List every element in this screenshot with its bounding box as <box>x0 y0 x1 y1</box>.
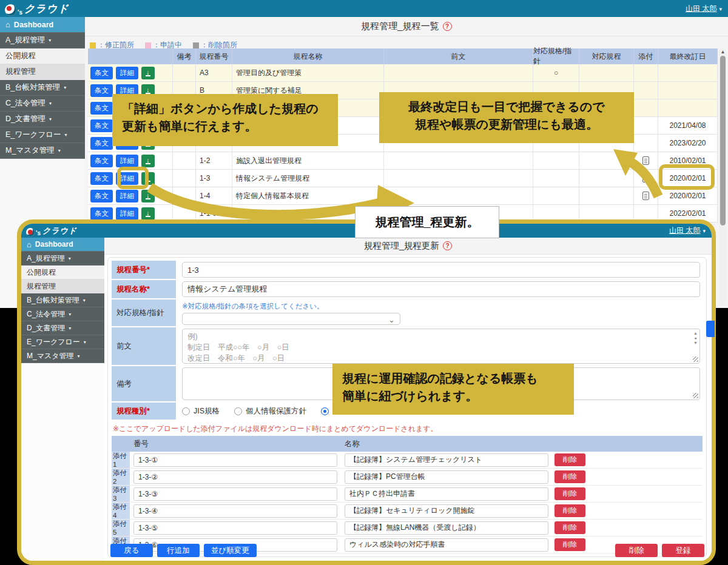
sidebar-item-regulation-management[interactable]: 規程管理 <box>0 64 85 80</box>
sidebar-item-kitei-kanri-group[interactable]: A_規程管理▾ <box>21 252 104 266</box>
download-button[interactable]: ↓ <box>141 155 155 167</box>
sidebar-item-regulation-management[interactable]: 規程管理 <box>21 279 104 293</box>
sidebar-item-public-regulations[interactable]: 公開規程 <box>0 48 85 64</box>
articles-button[interactable]: 条文 <box>90 190 113 202</box>
chevron-down-icon: ▾ <box>703 228 706 234</box>
delete-attachment-button[interactable]: 削除 <box>554 521 585 534</box>
table-header-row: 備考 規程番号 規程名称 前文 対応規格/指針 対応規程 添付 最終改訂日 <box>88 48 718 64</box>
sidebar-item-horei[interactable]: C_法令管理▾ <box>21 307 104 321</box>
regulation-name-input[interactable] <box>182 281 700 297</box>
radio-jis[interactable]: JIS規格 <box>182 406 220 416</box>
sidebar-item-master[interactable]: M_マスタ管理▾ <box>21 349 104 363</box>
sidebar-item-bunsho[interactable]: D_文書管理▾ <box>21 321 104 335</box>
articles-button[interactable]: 条文 <box>90 207 113 220</box>
radio-selected-icon <box>321 407 329 415</box>
scroll-up-icon: ▲ <box>719 49 727 55</box>
chevron-down-icon: ▾ <box>83 298 86 303</box>
register-button[interactable]: 登録 <box>662 544 704 557</box>
detail-button[interactable]: 詳細 <box>116 155 138 167</box>
articles-button[interactable]: 条文 <box>90 155 113 167</box>
field-label: 対応規格/指針 <box>112 299 176 326</box>
regulation-number-input[interactable] <box>182 262 700 278</box>
delete-attachment-button[interactable]: 削除 <box>554 470 585 483</box>
delete-button[interactable]: 削除 <box>615 544 658 557</box>
sidebar-item-workflow[interactable]: E_ワークフロー▾ <box>21 335 104 349</box>
sidebar-item-public-regulations[interactable]: 公開規程 <box>21 266 104 279</box>
clipped-button[interactable] <box>706 321 715 337</box>
resize-handle-icon[interactable] <box>693 393 698 398</box>
attachment-note: ※ここでアップロードした添付ファイルは規程ダウンロード時にまとめてダウンロードさ… <box>113 424 703 434</box>
attachment-name-input[interactable] <box>345 487 548 501</box>
chevron-down-icon: ▾ <box>78 353 80 359</box>
attachment-number-input[interactable] <box>133 470 337 484</box>
textarea-scrollbar[interactable]: ▲ ● ▼ <box>693 331 698 345</box>
detail-button[interactable]: 詳細 <box>116 67 138 79</box>
sidebar-item-bunsho[interactable]: D_文書管理▾ <box>0 112 85 127</box>
page-title: 規程管理_規程更新 <box>364 240 439 252</box>
sidebar-item-workflow[interactable]: E_ワークフロー▾ <box>0 127 85 143</box>
attachment-row: 添付1 削除 <box>112 452 703 469</box>
back-button[interactable]: 戻る <box>110 544 153 557</box>
app-header: 's クラウド 山田 太郎▾ <box>0 0 728 17</box>
articles-button[interactable]: 条文 <box>90 119 113 132</box>
field-label: 備考 <box>112 366 176 401</box>
reorder-button[interactable]: 並び順変更 <box>204 544 257 557</box>
sidebar-item-daicho[interactable]: B_台帳対策管理▾ <box>21 293 104 307</box>
attachment-name-input[interactable] <box>345 504 548 518</box>
attachment-number-input[interactable] <box>133 487 337 501</box>
vertical-scrollbar[interactable]: ▲ <box>719 48 727 306</box>
page-title: 規程管理_規程一覧 <box>361 21 439 32</box>
chevron-down-icon: ▾ <box>69 256 71 261</box>
delete-attachment-button[interactable]: 削除 <box>554 487 585 500</box>
help-icon[interactable]: ? <box>443 241 452 250</box>
sidebar-item-kitei-kanri-group[interactable]: A_規程管理▾ <box>0 33 85 48</box>
attachment-number-input[interactable] <box>133 521 337 535</box>
user-name: 山田 太郎 <box>686 4 716 13</box>
attachment-row: 添付3 削除 <box>112 486 703 503</box>
standard-select[interactable]: ⌄ <box>182 313 400 325</box>
download-icon: ↓ <box>146 87 150 94</box>
form-footer: 戻る 行追加 並び順変更 削除 登録 <box>110 544 704 557</box>
attachment-name-input[interactable] <box>345 470 548 484</box>
articles-button[interactable]: 条文 <box>90 67 113 79</box>
sidebar-item-horei[interactable]: C_法令管理▾ <box>0 96 85 112</box>
add-row-button[interactable]: 行追加 <box>157 544 200 557</box>
preamble-textarea[interactable]: 例) 制定日 平成○○年 ○月 ○日 改定日 令和○年 ○月 ○日 ▲ ● ▼ <box>182 329 700 364</box>
chevron-down-icon: ▾ <box>64 132 67 138</box>
chevron-down-icon: ▾ <box>69 326 71 331</box>
detail-button[interactable]: 詳細 <box>116 207 138 220</box>
chevron-down-icon: ⌄ <box>388 315 395 324</box>
sidebar-item-dashboard[interactable]: ⌂Dashboard <box>0 17 85 33</box>
articles-button[interactable]: 条文 <box>90 172 113 185</box>
callout-arrow-icon <box>604 144 670 200</box>
user-menu[interactable]: 山田 太郎▾ <box>669 226 706 236</box>
user-name: 山田 太郎 <box>669 226 700 235</box>
attachment-name-input[interactable] <box>345 453 548 467</box>
attachment-number-input[interactable] <box>133 453 337 467</box>
chevron-down-icon: ▾ <box>58 148 61 153</box>
articles-button[interactable]: 条文 <box>90 102 113 115</box>
download-icon: ↓ <box>146 157 150 164</box>
delete-attachment-button[interactable]: 削除 <box>554 504 585 517</box>
sidebar-item-daicho[interactable]: B_台帳対策管理▾ <box>0 80 85 96</box>
help-icon[interactable]: ? <box>443 22 452 31</box>
radio-privacy-policy[interactable]: 個人情報保護方針 <box>234 406 306 416</box>
user-menu[interactable]: 山田 太郎▾ <box>686 4 722 14</box>
sidebar-item-master[interactable]: M_マスタ管理▾ <box>0 143 85 159</box>
download-button[interactable]: ↓ <box>141 67 155 79</box>
attachment-name-input[interactable] <box>345 521 548 535</box>
delete-attachment-button[interactable]: 削除 <box>554 453 585 466</box>
articles-button[interactable]: 条文 <box>90 84 113 97</box>
articles-button[interactable]: 条文 <box>90 137 113 150</box>
chevron-down-icon: ▾ <box>84 339 86 345</box>
resize-handle-icon[interactable] <box>693 356 698 362</box>
page-title-bar: 規程管理_規程一覧 ? <box>85 17 728 36</box>
gray-square-icon <box>193 42 199 48</box>
callout-detail-tip: 「詳細」ボタンから作成した規程の 更新も簡単に行えます。 <box>112 94 338 146</box>
detail-button[interactable]: 詳細 <box>116 190 138 202</box>
attachment-number-input[interactable] <box>133 504 337 518</box>
sidebar-item-dashboard[interactable]: ⌂Dashboard <box>21 238 104 252</box>
scrollbar-thumb[interactable] <box>720 56 726 226</box>
field-label: 規程番号* <box>112 261 176 279</box>
field-label: 規程名称* <box>112 280 176 298</box>
